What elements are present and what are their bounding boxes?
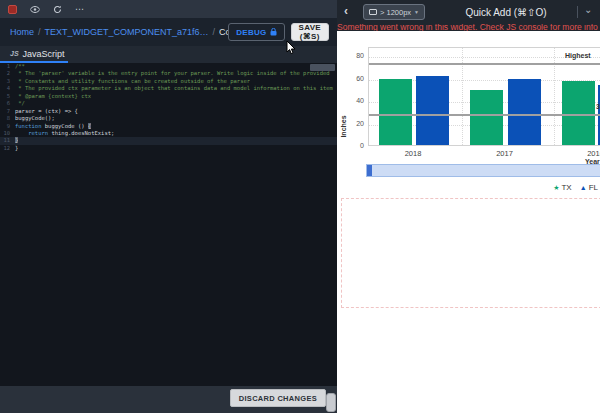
reference-line: [369, 114, 600, 116]
line-number: 3: [0, 78, 15, 85]
y-axis-tick: 20: [344, 120, 364, 127]
tab-javascript[interactable]: JS JavaScript: [0, 46, 68, 61]
y-axis-tick: 80: [344, 52, 364, 59]
chart-scrollbar-handle[interactable]: [367, 165, 372, 176]
save-button-label: SAVE (⌘S): [299, 23, 321, 41]
line-number: 12: [0, 145, 15, 152]
tab-javascript-label: JavaScript: [23, 49, 65, 59]
editor-bottom-bar: DISCARD CHANGES: [0, 386, 337, 413]
bar-FL-2018[interactable]: [416, 76, 449, 145]
legend-label: FL: [589, 183, 598, 192]
legend-item-FL[interactable]: ▲FL: [580, 183, 598, 192]
code-line[interactable]: 3 * Constants and utility functions can …: [0, 78, 337, 85]
bar-FL-2017[interactable]: [508, 79, 541, 145]
code-line[interactable]: 11}: [0, 137, 337, 144]
code-line[interactable]: 10 return thing.doesNotExist;: [0, 130, 337, 137]
header-divider: [577, 6, 578, 18]
chevron-down-icon[interactable]: ⌄: [584, 4, 592, 15]
reference-line: [369, 63, 600, 65]
widget-error-text: Something went wrong in this widget. Che…: [337, 24, 600, 31]
code-line[interactable]: 7parser = (ctx) => {: [0, 108, 337, 115]
x-axis-tick: 2018: [405, 149, 422, 158]
preview-header: ‹ > 1200px ▼ Quick Add (⌘⇧O) ⌄: [337, 0, 600, 24]
eye-icon[interactable]: [30, 6, 40, 13]
preview-content: Inches Year 020406080201820172016Highest…: [337, 31, 600, 413]
mouse-cursor: [286, 40, 297, 55]
empty-widget-dropzone[interactable]: [341, 198, 600, 308]
reference-line-label: Highest: [565, 52, 591, 59]
y-axis-tick: 40: [344, 97, 364, 104]
viewport-size-dropdown[interactable]: > 1200px ▼: [363, 4, 425, 20]
js-badge-icon: JS: [10, 50, 19, 57]
app-logo-icon[interactable]: [8, 5, 17, 14]
code-line[interactable]: 9function buggyCode () {: [0, 123, 337, 130]
preview-title: Quick Add (⌘⇧O): [465, 7, 546, 18]
top-toolbar: ⋯: [0, 0, 337, 18]
line-number: 6: [0, 100, 15, 107]
chart-horizontal-scrollbar[interactable]: [366, 164, 600, 177]
code-line[interactable]: 12}: [0, 145, 337, 152]
line-number: 10: [0, 130, 15, 137]
y-axis-tick: 60: [344, 75, 364, 82]
line-number: 11: [0, 137, 15, 144]
back-icon[interactable]: ‹: [344, 4, 348, 18]
bar-TX-2016[interactable]: [562, 81, 595, 145]
breadcrumb-separator: /: [38, 27, 41, 37]
more-options-icon[interactable]: ⋯: [75, 5, 84, 14]
code-line[interactable]: 2 * The 'parser' variable is the entry p…: [0, 70, 337, 77]
line-number: 5: [0, 93, 15, 100]
code-line[interactable]: 5 * @param {context} ctx: [0, 93, 337, 100]
breadcrumb-separator: /: [213, 27, 216, 37]
save-button[interactable]: SAVE (⌘S): [291, 23, 329, 41]
legend-marker-icon: ▲: [580, 184, 587, 191]
y-axis-tick: 0: [344, 142, 364, 149]
chart-plot-area: [368, 47, 600, 146]
debug-button-label: DEBUG: [236, 28, 266, 37]
debug-button[interactable]: DEBUG: [228, 23, 284, 41]
editor-panel: ⋯ Home / TEXT_WIDGET_COMPONENT_a71f6… / …: [0, 0, 337, 413]
line-number: 9: [0, 123, 15, 130]
breadcrumb-home-link[interactable]: Home: [10, 27, 34, 37]
line-number: 7: [0, 108, 15, 115]
viewport-size-value: > 1200px: [380, 8, 411, 17]
x-axis-tick: 2016: [587, 149, 600, 158]
legend-item-TX[interactable]: ★TX: [553, 183, 572, 192]
line-number: 1: [0, 63, 15, 70]
legend-label: TX: [561, 183, 571, 192]
code-editor[interactable]: 1/**2 * The 'parser' variable is the ent…: [0, 63, 337, 386]
bar-TX-2018[interactable]: [379, 79, 412, 145]
caret-down-icon: ▼: [414, 9, 419, 15]
refresh-icon[interactable]: [53, 5, 62, 14]
x-axis-tick: 2017: [496, 149, 513, 158]
code-line[interactable]: 4 * The provided ctx parameter is an obj…: [0, 85, 337, 92]
line-number: 8: [0, 115, 15, 122]
app-window: ⋯ Home / TEXT_WIDGET_COMPONENT_a71f6… / …: [0, 0, 600, 413]
panel-scrollbar-thumb[interactable]: [326, 393, 336, 412]
editor-scrollbar-thumb[interactable]: [310, 64, 335, 71]
line-number: 4: [0, 85, 15, 92]
breadcrumb-widget-link[interactable]: TEXT_WIDGET_COMPONENT_a71f6…: [45, 27, 209, 37]
bar-TX-2017[interactable]: [470, 90, 503, 145]
preview-panel: ‹ > 1200px ▼ Quick Add (⌘⇧O) ⌄ Something…: [337, 0, 600, 413]
code-line[interactable]: 1/**: [0, 63, 337, 70]
line-number: 2: [0, 70, 15, 77]
breadcrumb-current-page: Content: [219, 27, 228, 37]
widget-error-banner: Something went wrong in this widget. Che…: [337, 24, 600, 31]
discard-changes-button[interactable]: DISCARD CHANGES: [230, 389, 326, 407]
monitor-icon: [369, 9, 377, 15]
chart-legend: ★TX▲FL: [545, 183, 598, 192]
reference-line-label: 3: [596, 103, 600, 110]
code-line[interactable]: 8buggyCode();: [0, 115, 337, 122]
code-line[interactable]: 6 */: [0, 100, 337, 107]
legend-marker-icon: ★: [553, 184, 559, 191]
lock-icon: [270, 28, 277, 36]
